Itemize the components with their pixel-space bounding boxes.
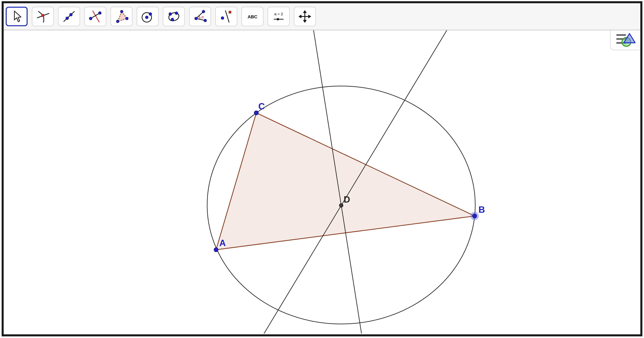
text-tool-icon: ABC xyxy=(246,10,259,23)
tool-angle-button[interactable]: α xyxy=(189,7,211,26)
angle-tool-icon: α xyxy=(193,10,207,23)
perpendicular-line-icon xyxy=(88,10,102,23)
svg-text:α: α xyxy=(202,15,204,19)
toolbar: α ABC a = 2 xyxy=(4,3,640,30)
algebra-view-toggle-icon xyxy=(615,32,636,48)
svg-text:a = 2: a = 2 xyxy=(274,12,283,16)
label-C: C xyxy=(258,101,265,111)
tool-polygon-button[interactable] xyxy=(110,7,132,26)
geogebra-window: α ABC a = 2 ABCD xyxy=(2,1,642,336)
slider-tool-icon: a = 2 xyxy=(272,10,286,23)
cursor-arrow-icon xyxy=(10,10,24,23)
point-C[interactable] xyxy=(254,111,258,115)
point-B[interactable] xyxy=(472,214,477,218)
label-D: D xyxy=(344,195,350,204)
tool-conic-points-button[interactable] xyxy=(163,7,185,26)
graphics-view[interactable]: ABCD xyxy=(4,30,640,334)
line-tool-icon xyxy=(62,10,76,23)
reflect-about-line-icon xyxy=(219,10,233,23)
tool-line-button[interactable] xyxy=(58,7,80,26)
svg-text:ABC: ABC xyxy=(248,14,257,19)
tool-move-button[interactable] xyxy=(6,7,28,26)
conic-through-points-icon xyxy=(167,10,181,23)
point-A[interactable] xyxy=(214,248,218,252)
tool-point-button[interactable] xyxy=(32,7,54,26)
intersect-point-icon xyxy=(36,10,50,23)
tool-slider-button[interactable]: a = 2 xyxy=(268,7,290,26)
tool-circle-center-button[interactable] xyxy=(137,7,158,26)
tool-perpendicular-button[interactable] xyxy=(84,7,106,26)
geometry-canvas[interactable]: ABCD xyxy=(4,30,640,334)
view-menu-button[interactable] xyxy=(610,30,640,50)
triangle-ABC[interactable] xyxy=(216,113,474,250)
pan-view-icon xyxy=(298,10,312,23)
tool-text-button[interactable]: ABC xyxy=(242,7,264,26)
tool-reflect-button[interactable] xyxy=(215,7,237,26)
point-D[interactable] xyxy=(339,204,343,207)
polygon-tool-icon xyxy=(114,10,128,23)
circle-with-center-icon xyxy=(141,10,154,23)
label-A: A xyxy=(219,238,226,248)
label-B: B xyxy=(478,205,485,215)
tool-move-graphics-view-button[interactable] xyxy=(294,7,316,26)
